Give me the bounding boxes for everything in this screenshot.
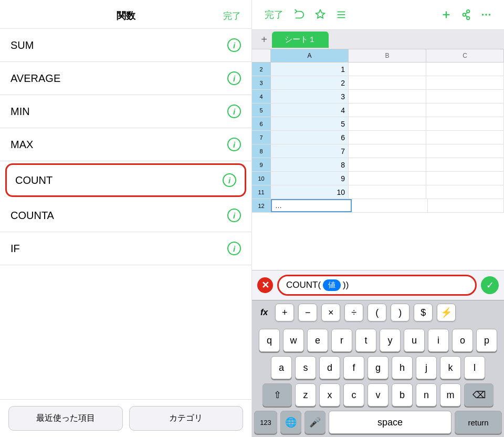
key-n[interactable]: n <box>416 383 437 407</box>
times-button[interactable]: × <box>321 304 340 321</box>
table-row: 65 <box>252 117 504 131</box>
key-c[interactable]: c <box>343 383 364 407</box>
formula-row: 12 … <box>252 199 504 213</box>
key-y[interactable]: y <box>380 329 401 352</box>
key-d[interactable]: d <box>319 356 340 379</box>
spreadsheet-panel: 完了 <box>252 0 504 437</box>
spreadsheet-toolbar: 完了 <box>252 0 504 30</box>
menu-button[interactable] <box>332 5 351 24</box>
table-row: 76 <box>252 131 504 144</box>
fx-button[interactable]: fx <box>257 306 271 319</box>
key-r[interactable]: r <box>331 329 352 352</box>
key-w[interactable]: w <box>283 329 304 352</box>
sheet-tab-1[interactable]: シート１ <box>272 32 329 48</box>
col-header-c: C <box>426 49 504 62</box>
function-item-count[interactable]: COUNT i <box>5 163 246 197</box>
svg-line-9 <box>466 16 468 17</box>
formula-function-name: COUNT( <box>286 280 321 290</box>
function-item-sum[interactable]: SUM i <box>0 29 251 62</box>
key-e[interactable]: e <box>307 329 328 352</box>
key-i[interactable]: i <box>428 329 449 352</box>
close-paren-button[interactable]: ) <box>391 304 410 321</box>
function-name-count: COUNT <box>15 174 52 186</box>
share-button[interactable] <box>457 5 476 24</box>
key-o[interactable]: o <box>452 329 473 352</box>
formula-close-paren: )) <box>343 280 349 290</box>
info-icon-count[interactable]: i <box>223 173 236 187</box>
formula-bar: ✕ COUNT( 値 )) ✓ <box>252 270 504 300</box>
key-j[interactable]: j <box>416 356 437 379</box>
info-icon-sum[interactable]: i <box>227 38 241 52</box>
key-return[interactable]: return <box>455 411 502 434</box>
keyboard-row-3: ⇧ z x c v b n m ⌫ <box>254 383 502 407</box>
math-toolbar: fx + − × ÷ ( ) $ ⚡ <box>252 300 504 325</box>
key-f[interactable]: f <box>343 356 364 379</box>
key-v[interactable]: v <box>368 383 388 407</box>
key-mic[interactable]: 🎤 <box>304 411 326 434</box>
key-k[interactable]: k <box>440 356 461 379</box>
svg-point-6 <box>463 13 466 16</box>
plus-button[interactable]: + <box>275 304 294 321</box>
undo-button[interactable] <box>290 5 309 24</box>
formula-argument-pill[interactable]: 値 <box>323 279 341 291</box>
category-button[interactable]: カテゴリ <box>129 406 244 431</box>
formula-input[interactable]: COUNT( 値 )) <box>277 275 477 296</box>
info-icon-counta[interactable]: i <box>227 209 241 222</box>
key-m[interactable]: m <box>440 383 461 407</box>
spreadsheet-area: A B C 21 32 43 54 65 76 87 98 109 1110 1… <box>252 49 504 270</box>
key-space[interactable]: space <box>329 411 452 434</box>
info-icon-average[interactable]: i <box>227 71 241 85</box>
recent-items-button[interactable]: 最近使った項目 <box>8 406 123 431</box>
info-icon-if[interactable]: i <box>227 242 241 255</box>
formula-cancel-button[interactable]: ✕ <box>257 277 273 293</box>
open-paren-button[interactable]: ( <box>368 304 386 321</box>
key-shift[interactable]: ⇧ <box>262 383 292 407</box>
more-button[interactable] <box>477 5 496 24</box>
key-backspace[interactable]: ⌫ <box>464 383 494 407</box>
info-icon-max[interactable]: i <box>227 138 241 151</box>
key-t[interactable]: t <box>355 329 376 352</box>
add-sheet-button[interactable]: + <box>256 30 272 49</box>
svg-point-10 <box>482 14 484 16</box>
key-h[interactable]: h <box>392 356 413 379</box>
toolbar-done-button[interactable]: 完了 <box>260 6 288 23</box>
key-p[interactable]: p <box>476 329 497 352</box>
key-b[interactable]: b <box>392 383 413 407</box>
pin-button[interactable] <box>311 5 330 24</box>
key-a[interactable]: a <box>271 356 292 379</box>
function-item-max[interactable]: MAX i <box>0 128 251 161</box>
function-panel: 関数 完了 SUM i AVERAGE i MIN i MAX i COUNT … <box>0 0 252 437</box>
key-s[interactable]: s <box>295 356 316 379</box>
key-globe[interactable]: 🌐 <box>280 411 301 434</box>
function-name-max: MAX <box>10 139 33 151</box>
function-item-average[interactable]: AVERAGE i <box>0 62 251 95</box>
key-z[interactable]: z <box>295 383 316 407</box>
function-item-counta[interactable]: COUNTA i <box>0 199 251 232</box>
function-item-if[interactable]: IF i <box>0 232 251 265</box>
function-name-sum: SUM <box>10 39 34 51</box>
function-name-average: AVERAGE <box>10 72 60 85</box>
key-u[interactable]: u <box>404 329 425 352</box>
key-l[interactable]: l <box>464 356 485 379</box>
panel-header: 関数 完了 <box>0 0 251 29</box>
done-button[interactable]: 完了 <box>223 10 241 22</box>
table-row: 1110 <box>252 185 504 199</box>
key-123[interactable]: 123 <box>254 411 277 434</box>
key-g[interactable]: g <box>368 356 388 379</box>
info-icon-min[interactable]: i <box>227 105 241 118</box>
function-item-min[interactable]: MIN i <box>0 95 251 128</box>
formula-confirm-button[interactable]: ✓ <box>481 276 499 294</box>
spreadsheet-rows: 21 32 43 54 65 76 87 98 109 1110 12 … <box>252 63 504 270</box>
lightning-button[interactable]: ⚡ <box>437 304 456 321</box>
key-x[interactable]: x <box>319 383 340 407</box>
sheet-tabs: + シート１ <box>252 30 504 49</box>
dollar-button[interactable]: $ <box>414 304 433 321</box>
minus-button[interactable]: − <box>298 304 317 321</box>
function-name-min: MIN <box>10 106 30 118</box>
add-button[interactable] <box>437 5 456 24</box>
toolbar-right <box>437 5 496 24</box>
divide-button[interactable]: ÷ <box>344 304 363 321</box>
keyboard-row-4: 123 🌐 🎤 space return <box>254 411 502 434</box>
row-num-header <box>252 49 271 62</box>
key-q[interactable]: q <box>259 329 280 352</box>
